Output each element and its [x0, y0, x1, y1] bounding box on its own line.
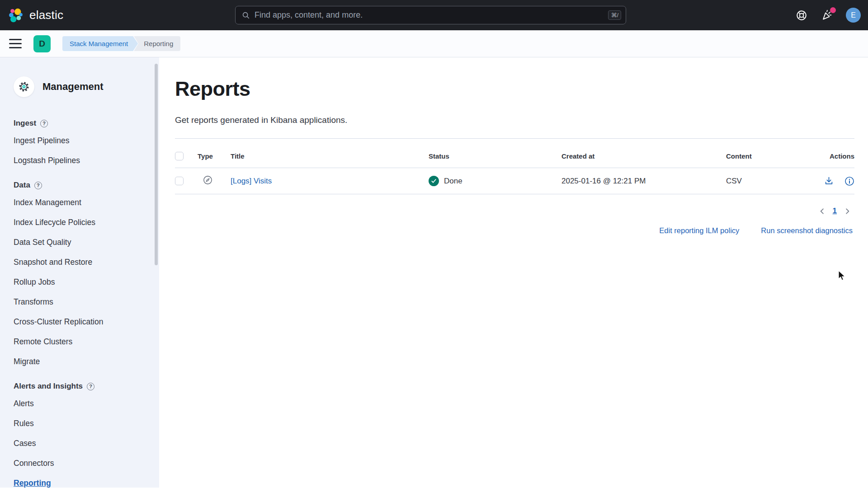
info-icon — [844, 176, 854, 186]
row-actions — [791, 176, 854, 186]
sidebar-section-ingest: Ingest ? Ingest Pipelines Logstash Pipel… — [14, 119, 150, 165]
sidebar-header: Management — [14, 76, 150, 97]
top-navigation-bar: elastic ⌘/ — [0, 0, 868, 30]
table-row: [Logs] Visits Done 2025-01-16 @ 12:21 PM… — [175, 168, 854, 194]
header-breadcrumb-bar: D Stack Management Reporting — [0, 30, 868, 57]
chevron-left-icon — [818, 207, 826, 216]
sidebar-item-remote-clusters[interactable]: Remote Clusters — [14, 337, 150, 347]
discover-icon — [203, 175, 213, 185]
brand-name: elastic — [29, 8, 63, 22]
global-search[interactable]: ⌘/ — [235, 6, 626, 24]
report-title-link[interactable]: [Logs] Visits — [231, 177, 429, 186]
report-footer-links: Edit reporting ILM policy Run screenshot… — [175, 226, 854, 235]
breadcrumb-reporting: Reporting — [134, 36, 180, 51]
sidebar-item-ingest-pipelines[interactable]: Ingest Pipelines — [14, 136, 150, 145]
space-avatar[interactable]: D — [33, 35, 51, 52]
next-page-button[interactable] — [843, 207, 852, 216]
report-type-cell — [198, 175, 231, 187]
previous-page-button[interactable] — [818, 207, 826, 216]
status-label: Done — [444, 177, 462, 186]
row-checkbox[interactable] — [175, 177, 184, 185]
page-number-1[interactable]: 1 — [833, 206, 837, 216]
column-header-created-at: Created at — [561, 152, 726, 160]
sidebar-item-connectors[interactable]: Connectors — [14, 459, 150, 468]
newsfeed-button[interactable] — [821, 9, 833, 22]
status-cell: Done — [429, 176, 561, 186]
column-header-actions: Actions — [830, 152, 854, 160]
sidebar-item-cross-cluster-replication[interactable]: Cross-Cluster Replication — [14, 317, 150, 327]
sidebar-item-cases[interactable]: Cases — [14, 439, 150, 448]
created-at-cell: 2025-01-16 @ 12:21 PM — [561, 177, 726, 186]
help-button[interactable] — [795, 9, 808, 22]
edit-ilm-policy-link[interactable]: Edit reporting ILM policy — [659, 226, 739, 235]
mouse-cursor — [838, 270, 848, 284]
breadcrumb-stack-management[interactable]: Stack Management — [62, 36, 138, 51]
content-cell: CSV — [726, 177, 791, 186]
sidebar-item-index-lifecycle-policies[interactable]: Index Lifecycle Policies — [14, 218, 150, 227]
section-heading-alerts-insights: Alerts and Insights ? — [14, 382, 150, 391]
sidebar-item-reporting[interactable]: Reporting — [14, 479, 150, 488]
sidebar-item-rollup-jobs[interactable]: Rollup Jobs — [14, 277, 150, 287]
column-header-title: Title — [231, 152, 429, 160]
elastic-logo-icon — [8, 8, 24, 23]
question-circle-icon[interactable]: ? — [40, 120, 48, 127]
breadcrumb: Stack Management Reporting — [62, 36, 180, 51]
management-icon-circle — [14, 76, 34, 97]
download-report-button[interactable] — [824, 176, 834, 186]
select-all-checkbox[interactable] — [175, 152, 184, 160]
pagination: 1 — [175, 206, 854, 216]
page-title: Reports — [175, 77, 854, 101]
elastic-brand[interactable]: elastic — [0, 8, 63, 23]
nav-menu-button[interactable] — [9, 39, 22, 49]
column-header-type: Type — [198, 152, 231, 160]
newsfeed-unread-badge — [830, 7, 836, 13]
sidebar-item-data-set-quality[interactable]: Data Set Quality — [14, 238, 150, 247]
question-circle-icon[interactable]: ? — [87, 383, 94, 390]
chevron-right-icon — [843, 207, 852, 216]
section-heading-data: Data ? — [14, 181, 150, 190]
report-info-button[interactable] — [844, 176, 854, 186]
section-heading-ingest: Ingest ? — [14, 119, 150, 128]
sidebar-item-rules[interactable]: Rules — [14, 419, 150, 428]
help-icon — [796, 9, 807, 21]
kibana-app: elastic ⌘/ — [0, 0, 868, 488]
search-icon — [242, 11, 250, 19]
management-sidebar: Management Ingest ? Ingest Pipelines Log… — [0, 57, 159, 488]
user-avatar[interactable]: E — [846, 8, 861, 23]
download-icon — [824, 176, 834, 186]
search-input[interactable] — [255, 10, 608, 20]
sidebar-item-alerts[interactable]: Alerts — [14, 399, 150, 408]
question-circle-icon[interactable]: ? — [34, 182, 42, 189]
topbar-actions: E — [795, 0, 861, 30]
search-shortcut-hint: ⌘/ — [608, 10, 621, 20]
sidebar-item-index-management[interactable]: Index Management — [14, 198, 150, 207]
sidebar-section-data: Data ? Index Management Index Lifecycle … — [14, 181, 150, 366]
column-header-status: Status — [429, 152, 561, 160]
table-header-row: Type Title Status Created at Content Act… — [175, 145, 854, 168]
sidebar-section-alerts-insights: Alerts and Insights ? Alerts Rules Cases… — [14, 382, 150, 488]
column-header-content: Content — [726, 152, 791, 160]
run-screenshot-diagnostics-link[interactable]: Run screenshot diagnostics — [761, 226, 853, 235]
reports-table: Type Title Status Created at Content Act… — [175, 145, 854, 194]
sidebar-scrollbar[interactable] — [155, 64, 158, 265]
sidebar-title: Management — [42, 81, 103, 93]
sidebar-item-transforms[interactable]: Transforms — [14, 297, 150, 307]
section-heading-label: Ingest — [14, 119, 36, 128]
section-heading-label: Alerts and Insights — [14, 382, 83, 391]
reports-page: Reports Get reports generated in Kibana … — [159, 57, 868, 488]
sidebar-item-snapshot-and-restore[interactable]: Snapshot and Restore — [14, 258, 150, 267]
section-heading-label: Data — [14, 181, 30, 190]
page-description: Get reports generated in Kibana applicat… — [175, 115, 854, 125]
sidebar-item-migrate[interactable]: Migrate — [14, 357, 150, 366]
divider — [175, 138, 854, 139]
gear-icon — [18, 81, 30, 93]
status-done-icon — [429, 176, 439, 186]
sidebar-item-logstash-pipelines[interactable]: Logstash Pipelines — [14, 156, 150, 165]
